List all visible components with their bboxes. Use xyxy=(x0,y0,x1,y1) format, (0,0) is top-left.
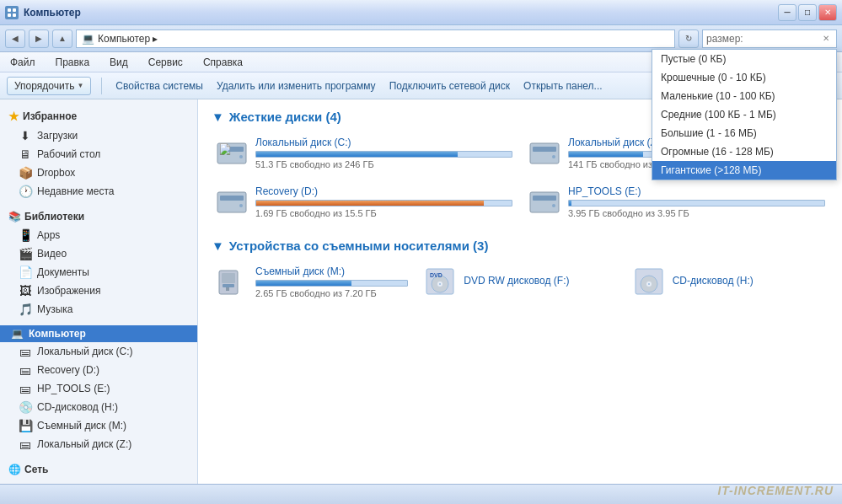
dvd-f-icon: DVD xyxy=(423,265,457,298)
refresh-button[interactable]: ↻ xyxy=(678,29,699,48)
libraries-icon: 📚 xyxy=(8,211,21,223)
sidebar-item-images[interactable]: 🖼 Изображения xyxy=(0,281,197,300)
sidebar-video-label: Видео xyxy=(37,248,67,260)
removable-item-h[interactable]: CD-дисковод (H:) xyxy=(629,261,829,302)
sidebar-item-video[interactable]: 🎬 Видео xyxy=(0,244,197,263)
address-path[interactable]: 💻 Компьютер ▸ xyxy=(76,29,675,48)
sidebar-item-recent[interactable]: 🕐 Недавние места xyxy=(0,182,197,201)
drive-item-c[interactable]: Локальный диск (C:) 51.3 ГБ свободно из … xyxy=(212,132,516,173)
drive-z-icon xyxy=(528,136,561,169)
uninstall-button[interactable]: Удалить или изменить программу xyxy=(213,78,379,94)
sidebar-computer-header[interactable]: 💻 Компьютер xyxy=(0,325,197,342)
svg-rect-11 xyxy=(220,196,244,201)
dropdown-item-small[interactable]: Маленькие (10 - 100 КБ) xyxy=(652,87,836,105)
menu-help[interactable]: Справка xyxy=(200,55,246,70)
svg-rect-14 xyxy=(533,196,556,201)
sidebar-item-local-z[interactable]: 🖴 Локальный диск (Z:) xyxy=(0,435,197,453)
svg-point-6 xyxy=(239,155,243,158)
sidebar-network-header[interactable]: 🌐 Сеть xyxy=(0,460,197,479)
sidebar-local-c-label: Локальный диск (C:) xyxy=(37,346,133,357)
sidebar-item-recovery-d[interactable]: 🖴 Recovery (D:) xyxy=(0,361,197,379)
addressbar: ◀ ▶ ▲ 💻 Компьютер ▸ ↻ ✕ Пустые (0 КБ) Кр… xyxy=(0,25,842,52)
svg-point-23 xyxy=(439,283,441,285)
svg-point-9 xyxy=(552,155,555,158)
images-icon: 🖼 xyxy=(19,284,32,298)
menu-service[interactable]: Сервис xyxy=(145,55,186,70)
sidebar-divider-2 xyxy=(0,319,197,325)
back-button[interactable]: ◀ xyxy=(5,29,25,48)
organize-label: Упорядочить xyxy=(14,80,74,92)
dropdown-item-empty[interactable]: Пустые (0 КБ) xyxy=(652,50,836,68)
cd-h-drive-icon xyxy=(632,265,666,298)
menu-edit[interactable]: Правка xyxy=(52,55,94,70)
drive-d-info: Recovery (D:) 1.69 ГБ свободно из 15.5 Г… xyxy=(255,185,512,218)
svg-rect-13 xyxy=(530,192,559,212)
up-button[interactable]: ▲ xyxy=(52,29,72,48)
removable-m-drive-icon xyxy=(215,265,249,298)
svg-rect-3 xyxy=(13,13,16,17)
removable-item-m[interactable]: Съемный диск (M:) 2.65 ГБ свободно из 7.… xyxy=(212,261,411,302)
organize-button[interactable]: Упорядочить ▼ xyxy=(7,77,91,95)
removable-m-icon: 💾 xyxy=(19,419,32,432)
removable-section-header: ▼ Устройства со съемными носителями (3) xyxy=(212,239,829,253)
local-c-icon: 🖴 xyxy=(19,345,32,358)
sidebar-libraries-header[interactable]: 📚 Библиотеки xyxy=(0,207,197,226)
drive-e-name: HP_TOOLS (E:) xyxy=(568,185,825,197)
dvd-f-info: DVD RW дисковод (F:) xyxy=(464,275,616,289)
maximize-button[interactable]: □ xyxy=(798,4,817,21)
sidebar-item-local-c[interactable]: 🖴 Локальный диск (C:) xyxy=(0,342,197,361)
sidebar-item-desktop[interactable]: 🖥 Рабочий стол xyxy=(0,145,197,164)
titlebar-controls: ─ □ ✕ xyxy=(778,4,837,21)
music-icon: 🎵 xyxy=(19,303,32,316)
removable-item-f[interactable]: DVD DVD RW дисковод (F:) xyxy=(420,261,619,302)
sidebar-item-downloads[interactable]: ⬇ Загрузки xyxy=(0,126,197,145)
address-icon: 💻 xyxy=(82,33,94,45)
drive-item-d[interactable]: Recovery (D:) 1.69 ГБ свободно из 15.5 Г… xyxy=(212,181,516,222)
apps-icon: 📱 xyxy=(19,228,32,242)
drive-e-bar xyxy=(569,201,571,206)
close-button[interactable]: ✕ xyxy=(818,4,837,21)
star-icon: ★ xyxy=(8,110,19,123)
search-input[interactable] xyxy=(706,33,817,45)
drive-item-e[interactable]: HP_TOOLS (E:) 3.95 ГБ свободно из 3.95 Г… xyxy=(524,181,829,222)
open-panel-button[interactable]: Открыть панел... xyxy=(520,78,606,94)
sidebar-favorites-header[interactable]: ★ Избранное xyxy=(0,106,197,126)
sidebar-local-z-label: Локальный диск (Z:) xyxy=(37,438,131,450)
menu-file[interactable]: Файл xyxy=(7,55,39,70)
sidebar-apps-label: Apps xyxy=(37,229,60,241)
desktop-icon: 🖥 xyxy=(19,147,32,161)
downloads-icon: ⬇ xyxy=(19,129,32,142)
drive-d-bar xyxy=(256,201,484,206)
sidebar-dropbox-label: Dropbox xyxy=(37,167,75,179)
address-text: Компьютер ▸ xyxy=(98,33,158,45)
cd-h-info: CD-дисковод (H:) xyxy=(673,275,825,289)
sidebar-recovery-d-label: Recovery (D:) xyxy=(37,364,99,376)
sidebar-item-apps[interactable]: 📱 Apps xyxy=(0,226,197,244)
dropdown-item-medium[interactable]: Средние (100 КБ - 1 МБ) xyxy=(652,105,836,124)
forward-button[interactable]: ▶ xyxy=(29,29,49,48)
cd-h-drive-name: CD-дисковод (H:) xyxy=(673,275,825,287)
minimize-button[interactable]: ─ xyxy=(778,4,796,21)
removable-m-info: Съемный диск (M:) 2.65 ГБ свободно из 7.… xyxy=(255,265,408,298)
sidebar-item-music[interactable]: 🎵 Музыка xyxy=(0,300,197,319)
sidebar-item-hptools-e[interactable]: 🖴 HP_TOOLS (E:) xyxy=(0,379,197,398)
sidebar-item-documents[interactable]: 📄 Документы xyxy=(0,263,197,281)
dropdown-item-huge[interactable]: Огромные (16 - 128 МБ) xyxy=(652,142,836,161)
dropdown-item-large[interactable]: Большие (1 - 16 МБ) xyxy=(652,124,836,142)
dropdown-item-tiny[interactable]: Крошечные (0 - 10 КБ) xyxy=(652,68,836,87)
connect-drive-button[interactable]: Подключить сетевой диск xyxy=(386,78,513,94)
svg-rect-1 xyxy=(13,8,16,12)
sidebar-item-dropbox[interactable]: 📦 Dropbox xyxy=(0,164,197,182)
sidebar-item-cd-h[interactable]: 💿 CD-дисковод (H:) xyxy=(0,398,197,416)
svg-rect-10 xyxy=(217,192,246,212)
dropdown-item-gigantic[interactable]: Гигантские (>128 МБ) xyxy=(652,161,836,180)
statusbar xyxy=(0,484,842,504)
sidebar: ★ Избранное ⬇ Загрузки 🖥 Рабочий стол 📦 … xyxy=(0,99,198,504)
sidebar-item-removable-m[interactable]: 💾 Съемный диск (M:) xyxy=(0,416,197,435)
system-props-button[interactable]: Свойства системы xyxy=(112,78,206,94)
drive-c-name: Локальный диск (C:) xyxy=(255,137,512,148)
search-clear-icon[interactable]: ✕ xyxy=(819,32,833,46)
sidebar-libraries-label: Библиотеки xyxy=(24,211,84,223)
menu-view[interactable]: Вид xyxy=(106,55,131,70)
hard-drives-section-title: Жесткие диски (4) xyxy=(229,110,341,124)
